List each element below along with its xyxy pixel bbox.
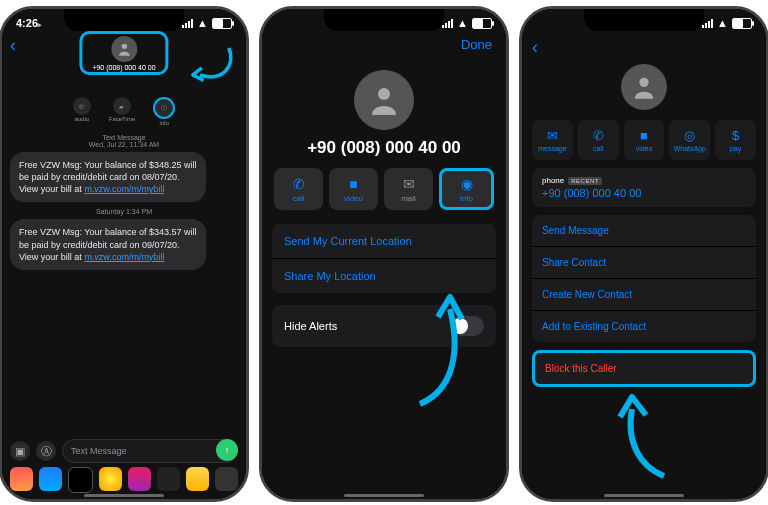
whatsapp-icon: ◎ — [684, 128, 695, 143]
apps-button[interactable]: Ⓐ — [36, 441, 56, 461]
hide-alerts-toggle[interactable] — [450, 316, 484, 336]
phone-icon: ✆ — [593, 128, 604, 143]
notch — [324, 9, 444, 31]
svg-point-0 — [121, 44, 126, 49]
app-dock — [2, 467, 246, 493]
phone-info: ▲ Done +90 (008) 000 40 00 ✆call ■video … — [259, 6, 509, 502]
phone-field[interactable]: phoneRECENT +90 (008) 000 40 00 — [532, 168, 756, 207]
message-bubble[interactable]: Free VZW Msg: Your balance of $343.57 wi… — [10, 219, 206, 269]
header-actions: ✆ audio ▰ FaceTime ⓘ info — [2, 97, 246, 126]
message-input[interactable]: Text Message ↑ — [62, 439, 238, 463]
svg-point-2 — [639, 78, 648, 87]
share-contact-button[interactable]: Share Contact — [532, 247, 756, 279]
annotation-arrow-icon — [604, 391, 684, 481]
video-icon: ▰ — [113, 97, 131, 115]
cellular-icon — [702, 19, 713, 28]
add-to-existing-contact-button[interactable]: Add to Existing Contact — [532, 311, 756, 342]
cellular-icon — [182, 19, 193, 28]
back-button[interactable]: ‹ — [10, 35, 16, 56]
avatar-icon — [111, 36, 137, 62]
contact-number: +90 (008) 000 40 00 — [262, 138, 506, 158]
create-new-contact-button[interactable]: Create New Contact — [532, 279, 756, 311]
camera-button[interactable]: ▣ — [10, 441, 30, 461]
info-button[interactable]: ◉info — [439, 168, 494, 210]
video-icon: ■ — [640, 128, 648, 143]
battery-icon — [732, 18, 752, 29]
send-current-location-button[interactable]: Send My Current Location — [272, 224, 496, 259]
phone-icon: ✆ — [73, 97, 91, 115]
send-button[interactable]: ↑ — [216, 439, 238, 461]
message-button[interactable]: ✉message — [532, 120, 573, 160]
phone-value: +90 (008) 000 40 00 — [542, 187, 746, 199]
dock-app[interactable] — [157, 467, 180, 491]
video-icon: ■ — [349, 176, 357, 192]
avatar-icon — [354, 70, 414, 130]
contact-number: +90 (008) 000 40 00 — [92, 64, 155, 71]
avatar-icon — [621, 64, 667, 110]
cellular-icon — [442, 19, 453, 28]
hide-alerts-row: Hide Alerts — [272, 305, 496, 347]
timestamp-label: Text Message Wed, Jul 22, 11:34 AM — [10, 134, 238, 148]
person-icon: ◉ — [461, 176, 473, 192]
send-message-button[interactable]: Send Message — [532, 215, 756, 247]
audio-button[interactable]: ✆ audio — [73, 97, 91, 126]
status-time: 4:26▸ — [16, 17, 42, 29]
timestamp-label: Saturday 1:34 PM — [10, 208, 238, 215]
call-button[interactable]: ✆call — [274, 168, 323, 210]
wifi-icon: ▲ — [457, 17, 468, 29]
video-button[interactable]: ■video — [329, 168, 378, 210]
phone-messages: 4:26▸ ▲ ‹ +90 (008) 000 40 00 ✆ — [0, 6, 249, 502]
home-indicator[interactable] — [344, 494, 424, 497]
facetime-button[interactable]: ▰ FaceTime — [109, 97, 135, 126]
bill-link[interactable]: m.vzw.com/m/mybill — [84, 184, 164, 194]
phone-icon: ✆ — [293, 176, 305, 192]
dock-app[interactable] — [128, 467, 151, 491]
recent-badge: RECENT — [568, 177, 602, 185]
message-icon: ✉ — [547, 128, 558, 143]
battery-icon — [212, 18, 232, 29]
annotation-arrow-icon — [182, 39, 236, 93]
bill-link[interactable]: m.vzw.com/m/mybill — [84, 252, 164, 262]
notch — [64, 9, 184, 31]
message-placeholder: Text Message — [71, 446, 127, 456]
whatsapp-button[interactable]: ◎WhatsApp — [669, 120, 710, 160]
wifi-icon: ▲ — [717, 17, 728, 29]
dock-app[interactable] — [68, 467, 93, 493]
block-this-caller-button[interactable]: Block this Caller — [532, 350, 756, 387]
dock-app[interactable] — [186, 467, 209, 491]
back-button[interactable]: ‹ — [522, 33, 766, 58]
dock-app[interactable] — [39, 467, 62, 491]
pay-button[interactable]: $pay — [715, 120, 756, 160]
dock-app[interactable] — [10, 467, 33, 491]
contact-header[interactable]: +90 (008) 000 40 00 — [79, 31, 168, 75]
pay-icon: $ — [732, 128, 739, 143]
svg-point-1 — [378, 88, 390, 100]
info-icon: ⓘ — [153, 97, 175, 119]
wifi-icon: ▲ — [197, 17, 208, 29]
message-bubble[interactable]: Free VZW Msg: Your balance of $348.25 wi… — [10, 152, 206, 202]
call-button[interactable]: ✆call — [578, 120, 619, 160]
home-indicator[interactable] — [84, 494, 164, 497]
dock-app[interactable] — [215, 467, 238, 491]
mail-button[interactable]: ✉mail — [384, 168, 433, 210]
notch — [584, 9, 704, 31]
share-my-location-button[interactable]: Share My Location — [272, 259, 496, 293]
composer-bar: ▣ Ⓐ Text Message ↑ — [2, 439, 246, 463]
dock-app[interactable] — [99, 467, 122, 491]
mail-icon: ✉ — [403, 176, 415, 192]
video-button[interactable]: ■video — [624, 120, 665, 160]
battery-icon — [472, 18, 492, 29]
info-button[interactable]: ⓘ info — [153, 97, 175, 126]
phone-contact-card: ▲ ‹ ✉message ✆call ■video ◎WhatsApp $pay… — [519, 6, 768, 502]
done-button[interactable]: Done — [461, 37, 492, 52]
home-indicator[interactable] — [604, 494, 684, 497]
